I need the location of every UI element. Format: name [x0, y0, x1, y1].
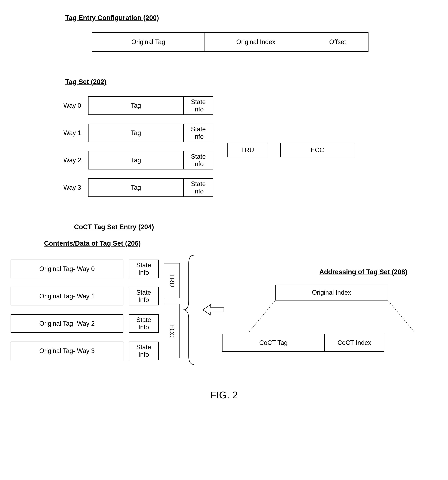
way-3-label: Way 3	[56, 184, 88, 191]
way-2-tag: Tag	[88, 151, 183, 169]
way-0-state: State Info	[183, 96, 213, 115]
side-boxes: LRU ECC	[227, 143, 354, 157]
way-1-state: State Info	[183, 124, 213, 142]
section-202: Tag Set (202) Way 0 Tag State Info Way 1…	[11, 78, 437, 197]
coct-tag-2: Original Tag- Way 2	[11, 314, 123, 333]
coct-index-cell: CoCT Index	[324, 334, 384, 352]
coct-row-1: Original Tag- Way 1 State Info	[11, 287, 159, 305]
svg-line-1	[388, 301, 414, 332]
way-3-state: State Info	[183, 178, 213, 197]
section-204-title: CoCT Tag Set Entry (204)	[74, 223, 437, 231]
coct-state-1: State Info	[129, 287, 159, 305]
original-tag-cell: Original Tag	[92, 32, 204, 52]
way-row-2: Way 2 Tag State Info	[56, 151, 213, 169]
vertical-ecc: ECC	[164, 304, 180, 358]
way-3-tag: Tag	[88, 178, 183, 197]
vertical-lru: LRU	[164, 263, 180, 298]
offset-cell: Offset	[307, 32, 369, 52]
trapezoid-icon	[249, 301, 414, 334]
coct-tag-0: Original Tag- Way 0	[11, 260, 123, 278]
svg-line-0	[249, 301, 275, 332]
way-row-3: Way 3 Tag State Info	[56, 178, 213, 197]
way-row-1: Way 1 Tag State Info	[56, 124, 213, 142]
way-2-label: Way 2	[56, 157, 88, 164]
coct-state-2: State Info	[129, 314, 159, 333]
vertical-boxes: LRU ECC	[164, 263, 180, 358]
ecc-box: ECC	[280, 143, 354, 157]
section-204: CoCT Tag Set Entry (204) Contents/Data o…	[11, 223, 437, 366]
original-index-box: Original Index	[275, 285, 388, 301]
coct-row-2: Original Tag- Way 2 State Info	[11, 314, 159, 333]
section-200-title: Tag Entry Configuration (200)	[65, 14, 437, 22]
coct-tag-cell: CoCT Tag	[222, 334, 324, 352]
coct-row-0: Original Tag- Way 0 State Info	[11, 260, 159, 278]
section-202-title: Tag Set (202)	[65, 78, 437, 86]
addressing-title: Addressing of Tag Set (208)	[289, 268, 437, 276]
way-row-0: Way 0 Tag State Info	[56, 96, 213, 115]
coct-row-3: Original Tag- Way 3 State Info	[11, 342, 159, 360]
coct-tag-3: Original Tag- Way 3	[11, 342, 123, 360]
original-index-cell: Original Index	[204, 32, 307, 52]
way-0-label: Way 0	[56, 102, 88, 109]
coct-ways: Original Tag- Way 0 State Info Original …	[11, 260, 159, 360]
contents-title: Contents/Data of Tag Set (206)	[44, 240, 437, 247]
coct-state-3: State Info	[129, 342, 159, 360]
figure-caption: FIG. 2	[11, 389, 437, 401]
way-2-state: State Info	[183, 151, 213, 169]
section-200: Tag Entry Configuration (200) Original T…	[11, 14, 437, 52]
ways-column: Way 0 Tag State Info Way 1 Tag State Inf…	[11, 96, 213, 197]
coct-state-0: State Info	[129, 260, 159, 278]
way-0-tag: Tag	[88, 96, 183, 115]
way-1-label: Way 1	[56, 129, 88, 137]
coct-split-row: CoCT Tag CoCT Index	[222, 334, 384, 352]
lru-box: LRU	[227, 143, 268, 157]
addressing-column: Addressing of Tag Set (208) Original Ind…	[226, 268, 437, 352]
brace-icon	[182, 254, 199, 366]
way-1-tag: Tag	[88, 124, 183, 142]
tag-entry-row: Original Tag Original Index Offset	[92, 32, 369, 52]
arrow-left-icon	[201, 303, 226, 317]
coct-tag-1: Original Tag- Way 1	[11, 287, 123, 305]
